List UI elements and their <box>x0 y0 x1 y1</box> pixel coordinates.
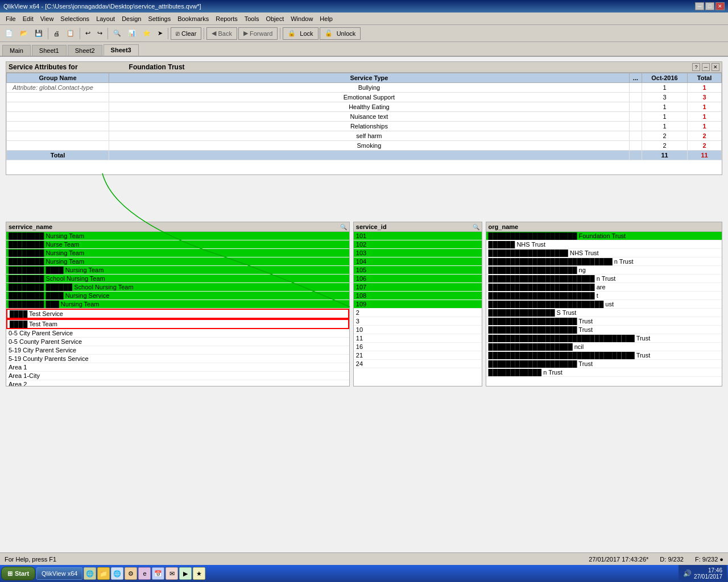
taskbar-icon-network[interactable]: 🌐 <box>111 567 123 580</box>
tab-main[interactable]: Main <box>2 45 31 56</box>
list-item[interactable]: ████ Test Service <box>6 309 349 319</box>
start-button[interactable]: ⊞ Start <box>1 567 35 580</box>
menu-reports[interactable]: Reports <box>212 14 241 23</box>
undo-btn[interactable]: ↩ <box>82 27 93 40</box>
chart-btn[interactable]: 📊 <box>125 27 139 40</box>
list-item[interactable]: ████ Test Team <box>6 319 349 329</box>
star-btn[interactable]: ⭐ <box>140 27 154 40</box>
unlock-button[interactable]: 🔓 Unlock <box>320 27 361 40</box>
menu-tools[interactable]: Tools <box>241 14 263 23</box>
tab-sheet1[interactable]: Sheet1 <box>32 45 67 56</box>
list-item[interactable]: ████████████████████████ n Trust <box>486 275 722 283</box>
list-item[interactable]: 0-5 City Parent Service <box>6 329 349 338</box>
taskbar-icon-app[interactable]: ★ <box>193 567 205 580</box>
forward-button[interactable]: ▶ Forward <box>238 27 278 40</box>
taskbar-qlik-item[interactable]: QlikView x64 <box>36 567 82 580</box>
list-item[interactable]: Area 1 <box>6 363 349 372</box>
list-item[interactable]: ████████ Nursing Team <box>6 249 349 257</box>
table-close-btn[interactable]: ✕ <box>712 63 719 71</box>
menu-settings[interactable]: Settings <box>144 14 174 23</box>
list-item[interactable]: 5-19 City Parent Service <box>6 346 349 355</box>
taskbar-volume-icon[interactable]: 🔊 <box>683 569 692 577</box>
table-minimize-btn[interactable]: ─ <box>702 63 710 71</box>
list-item[interactable]: █████████████████████████████████ Trust <box>486 334 722 343</box>
list-item[interactable]: 5-19 County Parents Service <box>6 355 349 363</box>
list-item[interactable]: ███████████████ S Trust <box>486 309 722 317</box>
search-btn[interactable]: 🔍 <box>110 27 124 40</box>
minimize-btn[interactable]: ─ <box>695 2 704 10</box>
lock-button[interactable]: 🔒 Lock <box>283 27 318 40</box>
menu-edit[interactable]: Edit <box>19 14 37 23</box>
taskbar-icon-mail[interactable]: ✉ <box>166 567 178 580</box>
list-item[interactable]: ████████ ████ Nursing Service <box>6 292 349 300</box>
tab-sheet2[interactable]: Sheet2 <box>68 45 102 56</box>
list-item[interactable]: 11 <box>354 334 482 343</box>
list-item[interactable]: ████████████████████████ t <box>486 292 722 300</box>
menu-layout[interactable]: Layout <box>93 14 118 23</box>
menu-help[interactable]: Help <box>316 14 336 23</box>
list-item[interactable]: ██████████████████████████ ust <box>486 300 722 309</box>
service-id-search-icon[interactable]: 🔍 <box>473 224 479 230</box>
tab-sheet3[interactable]: Sheet3 <box>104 44 139 56</box>
list-item[interactable]: ████████████████████ ng <box>486 266 722 275</box>
service-name-list[interactable]: ████████ Nursing Team████████ Nurse Team… <box>6 232 349 386</box>
list-item[interactable]: ████████ ██████ School Nursing Team <box>6 283 349 292</box>
list-item[interactable]: 0-5 County Parent Service <box>6 338 349 346</box>
taskbar-icon-settings[interactable]: ⚙ <box>125 567 137 580</box>
list-item[interactable]: 16 <box>354 343 482 351</box>
print-btn[interactable]: 🖨 <box>51 27 63 40</box>
list-item[interactable]: ████████ Nursing Team <box>6 232 349 240</box>
menu-object[interactable]: Object <box>262 14 287 23</box>
org-name-list[interactable]: ████████████████████ Foundation Trust███… <box>486 232 722 386</box>
menu-view[interactable]: View <box>37 14 57 23</box>
arrow-btn[interactable]: ➤ <box>155 27 166 40</box>
list-item[interactable]: ████████████████████████████ n Trust <box>486 257 722 266</box>
list-item[interactable]: ███████████████████ ncil <box>486 343 722 351</box>
new-btn[interactable]: 📄 <box>2 27 16 40</box>
menu-window[interactable]: Window <box>287 14 316 23</box>
list-item[interactable]: ██████████████████ NHS Trust <box>486 249 722 257</box>
list-item[interactable]: Area 2 <box>6 380 349 386</box>
list-item[interactable]: 3 <box>354 317 482 326</box>
list-item[interactable]: Area 1-City <box>6 372 349 380</box>
list-item[interactable]: ████████ ███ Nursing Team <box>6 300 349 309</box>
list-item[interactable]: 105 <box>354 266 482 275</box>
service-id-list[interactable]: 101102103104105106107108109231011162124 <box>354 232 482 386</box>
list-item[interactable]: █████████████████████████████████ Trust <box>486 351 722 360</box>
list-item[interactable]: ████████████████████ Trust <box>486 317 722 326</box>
clear-button[interactable]: ⎚ Clear <box>171 27 201 40</box>
list-item[interactable]: 24 <box>354 360 482 368</box>
list-item[interactable]: ████████ Nurse Team <box>6 240 349 249</box>
list-item[interactable]: 103 <box>354 249 482 257</box>
list-item[interactable]: 101 <box>354 232 482 240</box>
list-item[interactable]: ████████ Nursing Team <box>6 257 349 266</box>
list-item[interactable]: ████████████ n Trust <box>486 368 722 377</box>
menu-selections[interactable]: Selections <box>57 14 93 23</box>
list-item[interactable]: 107 <box>354 283 482 292</box>
list-item[interactable]: 109 <box>354 300 482 309</box>
menu-design[interactable]: Design <box>118 14 144 23</box>
taskbar-icon-folder[interactable]: 📁 <box>97 567 110 580</box>
list-item[interactable]: ████████████████████ Trust <box>486 326 722 334</box>
save-btn[interactable]: 💾 <box>32 27 46 40</box>
list-item[interactable]: 2 <box>354 309 482 317</box>
copy-btn[interactable]: 📋 <box>64 27 77 40</box>
list-item[interactable]: ████████ ████ Nursing Team <box>6 266 349 275</box>
menu-file[interactable]: File <box>2 14 19 23</box>
list-item[interactable]: ████████ School Nursing Team <box>6 275 349 283</box>
back-button[interactable]: ◀ Back <box>206 27 237 40</box>
open-btn[interactable]: 📂 <box>17 27 31 40</box>
taskbar-icon-ie[interactable]: e <box>138 567 151 580</box>
list-item[interactable]: ████████████████████ Trust <box>486 360 722 368</box>
list-item[interactable]: 10 <box>354 326 482 334</box>
list-item[interactable]: ████████████████████████ are <box>486 283 722 292</box>
list-item[interactable]: 104 <box>354 257 482 266</box>
taskbar-icon-media[interactable]: ▶ <box>179 567 192 580</box>
list-item[interactable]: ████████████████████ Foundation Trust <box>486 232 722 240</box>
service-name-search-icon[interactable]: 🔍 <box>340 224 347 230</box>
list-item[interactable]: 21 <box>354 351 482 360</box>
menu-bookmarks[interactable]: Bookmarks <box>174 14 212 23</box>
maximize-btn[interactable]: □ <box>705 2 714 10</box>
close-btn[interactable]: ✕ <box>715 2 725 10</box>
list-item[interactable]: ██████ NHS Trust <box>486 240 722 249</box>
